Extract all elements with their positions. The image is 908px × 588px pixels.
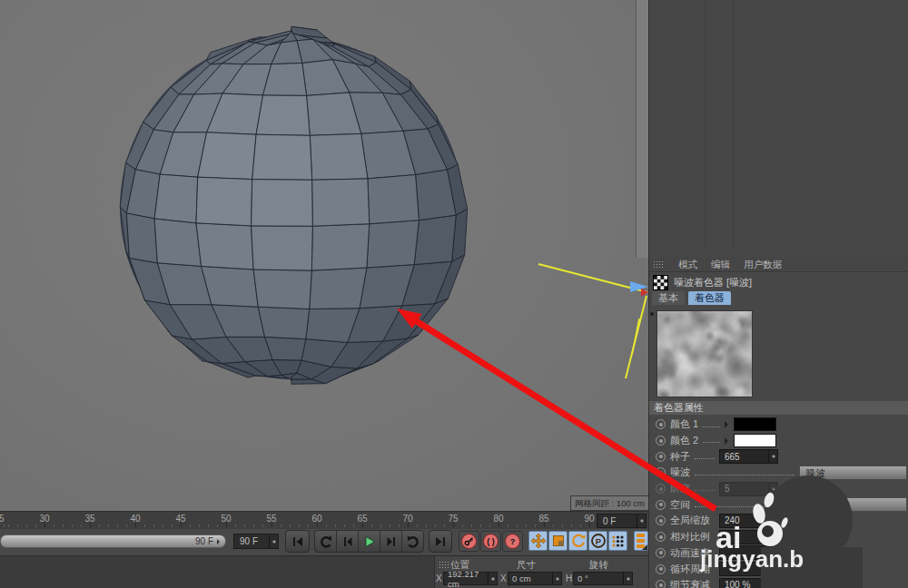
attribute-manager: 模式 编辑 用户数据 噪波着色器 [噪波] 基本 着色器 着色器属性 颜色 1颜… — [648, 258, 908, 588]
number-field[interactable] — [719, 562, 778, 576]
dropdown[interactable]: 纹理 — [799, 497, 907, 512]
property-row-6: 空间纹理 — [649, 496, 908, 513]
spinner-icon[interactable] — [637, 514, 646, 527]
attribute-tabs: 基本 着色器 — [652, 291, 731, 305]
autokeying-button[interactable]: ( ) — [480, 531, 501, 552]
panel-splitter[interactable] — [636, 0, 649, 258]
record-rotation-toggle[interactable] — [568, 531, 587, 551]
record-point-level-toggle[interactable] — [608, 531, 627, 551]
question-icon: ? — [505, 534, 520, 549]
animation-toggle-icon[interactable] — [656, 580, 666, 588]
record-keyframe-button[interactable] — [459, 531, 479, 552]
spinner-icon[interactable] — [488, 573, 497, 584]
expand-arrow-icon[interactable] — [725, 421, 732, 428]
menu-mode[interactable]: 模式 — [678, 259, 697, 271]
property-row-5: 阶度5 — [649, 481, 908, 497]
play-backwards-button[interactable] — [315, 531, 337, 552]
shader-title: 噪波着色器 [噪波] — [674, 276, 752, 289]
goto-start-button[interactable] — [285, 530, 310, 553]
object-manager-panel[interactable] — [648, 0, 908, 258]
menu-user-data[interactable]: 用户数据 — [744, 259, 782, 271]
animation-toggle-icon[interactable] — [656, 500, 666, 510]
play-forwards-icon — [406, 534, 420, 549]
previous-frame-icon — [340, 534, 355, 549]
expand-arrow-icon[interactable] — [725, 437, 732, 445]
spinner-icon[interactable] — [768, 450, 777, 463]
number-field[interactable]: 100 % — [719, 578, 778, 588]
next-frame-icon — [384, 534, 399, 549]
next-frame-button[interactable] — [380, 531, 402, 552]
animation-toggle-icon[interactable] — [656, 564, 666, 574]
animation-toggle-icon[interactable] — [656, 436, 666, 446]
number-field[interactable] — [719, 530, 778, 544]
dots-grid-icon — [610, 533, 627, 549]
animation-toggle-icon[interactable] — [656, 532, 666, 542]
axis-gizmo[interactable] — [0, 0, 648, 511]
spinner-icon[interactable] — [768, 531, 777, 544]
number-field[interactable]: 665 — [719, 449, 778, 464]
menu-edit[interactable]: 编辑 — [711, 259, 730, 271]
number-field[interactable]: 240 — [719, 514, 778, 528]
ruler-major-tick — [362, 523, 363, 527]
viewport-3d[interactable]: 网格间距 : 100 cm — [0, 0, 648, 511]
timeline-power-slider[interactable]: 90 F — [0, 534, 226, 548]
spinner-icon[interactable] — [768, 483, 777, 495]
goto-end-button[interactable] — [429, 530, 452, 553]
ruler-major-tick — [90, 523, 91, 527]
color-swatch[interactable] — [734, 434, 776, 447]
animation-palette-button[interactable] — [634, 531, 648, 551]
number-field[interactable] — [719, 545, 778, 560]
property-row-7: 全局缩放240 — [649, 513, 908, 529]
number-field[interactable]: 5 — [719, 482, 778, 496]
animation-toggle-icon[interactable] — [656, 484, 666, 494]
animation-layers-icon — [635, 532, 647, 550]
slider-frame-label: 90 F — [195, 536, 213, 546]
ruler-major-tick — [135, 523, 136, 527]
property-row-11: 细节衰减100 % — [649, 577, 908, 588]
key-icon — [461, 534, 477, 549]
position-x-field[interactable]: 192.217 cm — [443, 572, 498, 585]
rotation-h-field[interactable]: 0 ° — [573, 572, 633, 585]
tab-basic[interactable]: 基本 — [652, 291, 685, 305]
grid-spacing-label: 网格间距 : 100 cm — [570, 495, 649, 511]
move-arrows-icon — [530, 533, 547, 549]
noise-texture-image — [657, 311, 752, 397]
size-x-field[interactable]: 0 cm — [508, 572, 562, 585]
spinner-icon[interactable] — [623, 573, 632, 584]
spinner-icon[interactable] — [269, 534, 278, 548]
record-position-toggle[interactable] — [528, 531, 548, 551]
noise-preview[interactable] — [656, 310, 753, 397]
property-row-10: 循环周期 — [649, 561, 908, 577]
record-parameter-toggle[interactable]: P — [588, 531, 607, 551]
animation-toggle-icon[interactable] — [656, 515, 666, 525]
play-button[interactable] — [359, 531, 380, 552]
animation-toggle-icon[interactable] — [656, 548, 666, 558]
record-scale-toggle[interactable] — [548, 531, 568, 551]
record-options-button[interactable]: ? — [502, 531, 523, 552]
dropdown[interactable]: 噪波 — [799, 466, 907, 480]
previous-frame-button[interactable] — [337, 531, 359, 552]
animation-toggle-icon[interactable] — [656, 467, 666, 477]
shader-properties-rows: 颜色 1颜色 2种子665噪波噪波阶度5空间纹理全局缩放240相对比例动画速率循… — [649, 416, 908, 588]
spinner-icon[interactable] — [768, 546, 777, 559]
spinner-icon[interactable] — [768, 579, 777, 588]
spinner-icon[interactable] — [768, 563, 777, 575]
shader-title-row: 噪波着色器 [噪波] — [653, 275, 752, 289]
property-row-4: 噪波噪波 — [649, 465, 908, 481]
spinner-icon[interactable] — [768, 514, 777, 527]
tab-shader[interactable]: 着色器 — [688, 291, 731, 305]
timeline-track-area[interactable] — [0, 555, 434, 588]
coords-header-rotation: 旋转 — [589, 559, 608, 572]
ruler-major-tick — [226, 523, 227, 527]
animation-toggle-icon[interactable] — [656, 452, 666, 462]
play-forwards-button[interactable] — [402, 531, 423, 552]
property-row-9: 动画速率 — [649, 545, 908, 562]
current-frame-field[interactable]: 0 F — [597, 514, 646, 528]
timeline-ruler[interactable]: 2530354045505560657075808590 0 F — [0, 511, 648, 529]
panel-grid-icon[interactable] — [653, 260, 665, 270]
spinner-icon[interactable] — [552, 573, 561, 584]
animation-toggle-icon[interactable] — [656, 419, 666, 429]
color-swatch[interactable] — [734, 417, 776, 431]
preview-corner-dot-icon[interactable] — [650, 312, 654, 316]
frame-spinner-field[interactable]: 90 F — [233, 534, 279, 549]
